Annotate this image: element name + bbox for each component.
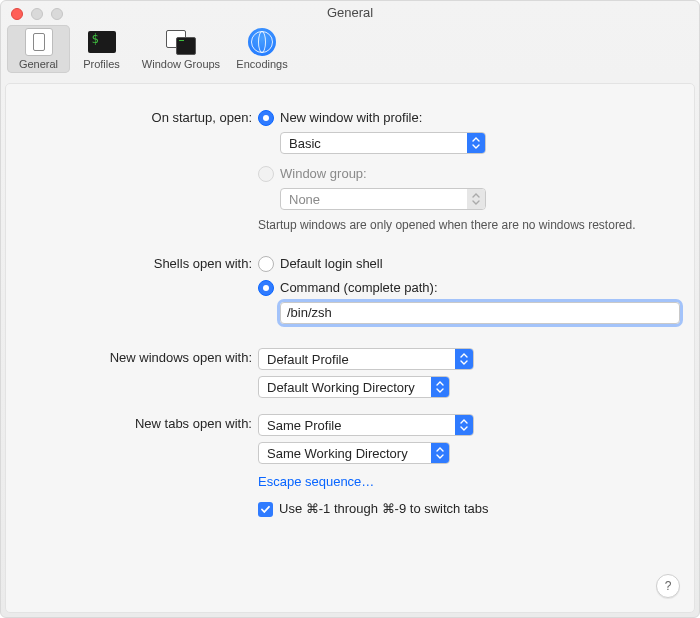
new-windows-label: New windows open with: bbox=[6, 348, 258, 368]
radio-command[interactable] bbox=[258, 280, 274, 296]
select-value: Same Working Directory bbox=[259, 446, 431, 461]
checkbox-label: Use ⌘-1 through ⌘-9 to switch tabs bbox=[279, 499, 489, 519]
window-title: General bbox=[1, 1, 699, 25]
help-button[interactable]: ? bbox=[656, 574, 680, 598]
chevrons-icon bbox=[455, 415, 473, 435]
shells-label: Shells open with: bbox=[6, 254, 258, 274]
startup-hint: Startup windows are only opened when the… bbox=[258, 218, 694, 232]
radio-new-window-with-profile[interactable] bbox=[258, 110, 274, 126]
checkbox-switch-tabs[interactable] bbox=[258, 502, 273, 517]
row-new-tabs: New tabs open with: Same Profile Same Wo… bbox=[6, 414, 694, 523]
select-startup-profile[interactable]: Basic bbox=[280, 132, 486, 154]
select-value: None bbox=[281, 192, 467, 207]
radio-label: Command (complete path): bbox=[280, 278, 438, 298]
select-window-group: None bbox=[280, 188, 486, 210]
row-new-windows: New windows open with: Default Profile D… bbox=[6, 348, 694, 410]
tab-label: Encodings bbox=[229, 58, 295, 70]
select-new-window-profile[interactable]: Default Profile bbox=[258, 348, 474, 370]
chevrons-icon bbox=[431, 377, 449, 397]
select-value: Same Profile bbox=[259, 418, 455, 433]
startup-label: On startup, open: bbox=[6, 108, 258, 128]
help-icon: ? bbox=[665, 579, 672, 593]
select-new-tab-profile[interactable]: Same Profile bbox=[258, 414, 474, 436]
tab-label: General bbox=[7, 58, 70, 70]
titlebar: General bbox=[1, 1, 699, 25]
profiles-icon bbox=[88, 31, 116, 53]
tab-window-groups[interactable]: Window Groups bbox=[133, 25, 229, 73]
close-window-button[interactable] bbox=[11, 8, 23, 20]
chevrons-icon bbox=[467, 189, 485, 209]
encodings-icon bbox=[248, 28, 276, 56]
general-icon bbox=[25, 28, 53, 56]
escape-sequence-link[interactable]: Escape sequence… bbox=[258, 474, 374, 489]
radio-window-group bbox=[258, 166, 274, 182]
chevrons-icon bbox=[455, 349, 473, 369]
radio-label: Window group: bbox=[280, 164, 367, 184]
select-new-tab-workdir[interactable]: Same Working Directory bbox=[258, 442, 450, 464]
row-startup: On startup, open: New window with profil… bbox=[6, 108, 694, 248]
command-path-field[interactable]: /bin/zsh bbox=[280, 302, 680, 324]
tab-profiles[interactable]: Profiles bbox=[70, 25, 133, 73]
prefs-toolbar: General Profiles Window Groups Encodings bbox=[1, 25, 699, 77]
window-groups-icon bbox=[166, 30, 196, 54]
select-value: Default Working Directory bbox=[259, 380, 431, 395]
zoom-window-button[interactable] bbox=[51, 8, 63, 20]
row-shells: Shells open with: Default login shell Co… bbox=[6, 254, 694, 344]
radio-label: New window with profile: bbox=[280, 108, 422, 128]
chevrons-icon bbox=[431, 443, 449, 463]
radio-label: Default login shell bbox=[280, 254, 383, 274]
select-new-window-workdir[interactable]: Default Working Directory bbox=[258, 376, 450, 398]
tab-general[interactable]: General bbox=[7, 25, 70, 73]
preferences-window: General General Profiles Window Groups E… bbox=[0, 0, 700, 618]
select-value: Default Profile bbox=[259, 352, 455, 367]
window-controls bbox=[11, 8, 63, 20]
tab-label: Profiles bbox=[70, 58, 133, 70]
radio-default-login-shell[interactable] bbox=[258, 256, 274, 272]
tab-encodings[interactable]: Encodings bbox=[229, 25, 295, 73]
content-panel: On startup, open: New window with profil… bbox=[5, 83, 695, 613]
tab-label: Window Groups bbox=[133, 58, 229, 70]
new-tabs-label: New tabs open with: bbox=[6, 414, 258, 434]
select-value: Basic bbox=[281, 136, 467, 151]
chevrons-icon bbox=[467, 133, 485, 153]
minimize-window-button[interactable] bbox=[31, 8, 43, 20]
